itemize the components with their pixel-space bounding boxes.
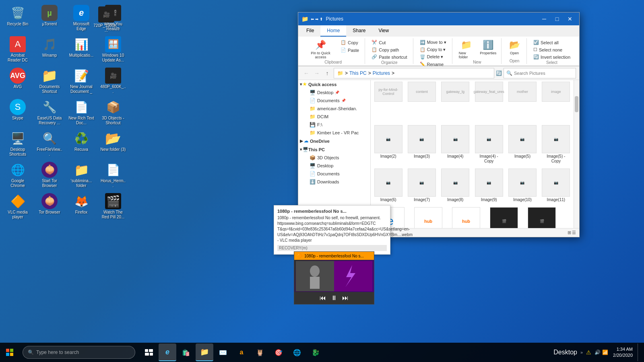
taskbar-mail[interactable]: ✉️: [214, 343, 232, 361]
file-item-img11[interactable]: 📷 Image(11): [540, 167, 572, 204]
tab-file[interactable]: File: [300, 25, 320, 37]
desktop-icon-720p[interactable]: 🎥 720P_1500K_...: [92, 5, 121, 35]
forward-button[interactable]: →: [312, 68, 322, 78]
file-item-img8[interactable]: 📷 Image(8): [440, 167, 471, 204]
maximize-button[interactable]: □: [551, 15, 563, 23]
vlc-prev-button[interactable]: ⏮: [320, 294, 326, 302]
cut-button[interactable]: ✂️ Cut: [369, 39, 388, 46]
desktop-icon-freefileview[interactable]: 🔍 FreeFileView...: [35, 129, 64, 158]
file-item-img9[interactable]: 📷 Image(9): [473, 167, 505, 204]
network-icon[interactable]: 📶: [602, 350, 608, 355]
desktop-icon-multiplication[interactable]: 📊 Multiplicatio...: [67, 35, 96, 64]
up-button[interactable]: ↑: [322, 68, 332, 78]
desktop-icon-vlc[interactable]: 🔶 VLC media player: [3, 191, 32, 221]
vlc-mini-player[interactable]: 🔶 1080p - rememberlessfool No s... ⏮ ⏸ ⏭: [294, 251, 374, 304]
file-item-img4-copy[interactable]: 📷 Image(4) - Copy: [473, 123, 505, 165]
back-button[interactable]: ←: [301, 68, 311, 78]
file-item-my-movie2-copy[interactable]: 🎬 My_Movie_2: [524, 206, 560, 228]
new-folder-button[interactable]: 📁 New folder: [456, 39, 477, 60]
file-item-partial2[interactable]: content: [406, 82, 438, 122]
minimize-button[interactable]: ─: [538, 15, 550, 23]
taskbar-app1[interactable]: 🎯: [270, 343, 287, 361]
desktop-icon-sublimina[interactable]: 📁 'sublimina... folder: [67, 160, 96, 190]
copy-to-button[interactable]: 📋 Copy to ▾: [417, 46, 448, 53]
vertical-scrollbar[interactable]: [574, 80, 579, 228]
desktop-icon-recuva[interactable]: ♻️ Recuva: [67, 129, 96, 158]
notification-icon[interactable]: ⚠: [586, 349, 591, 356]
taskbar-store[interactable]: 🛍️: [177, 343, 195, 361]
desktop-icon-firefox[interactable]: 🦊 Firefox: [67, 191, 96, 221]
tab-home[interactable]: Home: [320, 25, 346, 37]
desktop-icon-new-rich-text[interactable]: 📄 New Rich Text Doc...: [67, 97, 96, 127]
search-box[interactable]: 🔍: [504, 68, 576, 78]
open-button[interactable]: 📂 Open: [506, 39, 523, 56]
show-desktop-button[interactable]: [638, 343, 641, 361]
file-item-img3[interactable]: 📷 Image(3): [406, 123, 438, 165]
move-to-button[interactable]: ➡️ Move to ▾: [417, 39, 449, 46]
file-item-partial5[interactable]: mother: [506, 82, 538, 122]
desktop-icon-recycle-bin[interactable]: 🗑️ Recycle Bin: [3, 3, 32, 33]
file-item-img4[interactable]: 📷 Image(4): [440, 123, 471, 165]
nav-desktop-pc[interactable]: 🖥️ Desktop: [298, 162, 370, 170]
copy-button[interactable]: 📋 Copy: [338, 39, 361, 46]
taskbar-tripadvisor[interactable]: 🦉: [251, 343, 269, 361]
file-item-img10[interactable]: 📷 Image(10): [506, 167, 538, 204]
file-item-partial6[interactable]: image: [540, 82, 572, 122]
taskbar-edge[interactable]: e: [159, 343, 176, 361]
nav-downloads[interactable]: ⬇️ Downloads: [298, 178, 370, 186]
desktop-icon-utorrent[interactable]: µ µTorrent: [35, 3, 64, 33]
volume-icon[interactable]: 🔊: [594, 350, 601, 355]
file-item-partial4[interactable]: gateway_feat_ures: [473, 82, 505, 122]
quick-access-header[interactable]: ▾ ★ Quick access: [298, 80, 370, 88]
taskbar-app3[interactable]: 🐉: [307, 343, 324, 361]
nav-desktop[interactable]: 🖥️ Desktop 📌: [298, 88, 370, 97]
breadcrumb-this-pc[interactable]: This PC: [349, 70, 367, 76]
nav-documents[interactable]: 📄 Documents 📌: [298, 97, 370, 105]
desktop-icon-winamp[interactable]: 🎵 Winamp: [35, 35, 64, 64]
desktop-icon-documents-shortcut[interactable]: 📁 Documents Shortcut: [35, 66, 64, 96]
desktop-icon-tor-browser[interactable]: 🧅 Tor Browser: [35, 191, 64, 221]
desktop-icon-watch-red-pill[interactable]: 🎬 Watch The Red Pill 20...: [99, 191, 128, 221]
taskbar-search-box[interactable]: 🔍: [23, 346, 135, 359]
breadcrumb[interactable]: 📁 > This PC > Pictures >: [334, 68, 494, 78]
taskbar-time[interactable]: 1:34 AM 2/20/2020: [610, 346, 636, 359]
desktop-icon-acrobat[interactable]: A Acrobat Reader DC: [3, 35, 32, 64]
file-item-partial3[interactable]: gateway_lg: [440, 82, 471, 122]
file-item-modelhub[interactable]: hub modelhub_logo_1: [448, 206, 484, 228]
breadcrumb-pictures[interactable]: Pictures: [373, 70, 390, 76]
properties-button[interactable]: ℹ️ Properties: [478, 39, 498, 56]
file-item-img2[interactable]: 📷 Image(2): [372, 123, 404, 165]
nav-documents-pc[interactable]: 📄 Documents: [298, 170, 370, 178]
vlc-play-pause-button[interactable]: ⏸: [331, 294, 337, 302]
paste-shortcut-button[interactable]: 🔗 Paste shortcut: [369, 53, 409, 60]
desktop-icon-avg[interactable]: AVG AVG: [3, 66, 32, 96]
onedrive-header[interactable]: ▶ ☁ OneDrive: [298, 137, 370, 145]
file-item-my-movie2[interactable]: 🎬 My Movie2: [486, 206, 522, 228]
desktop-icon-chrome[interactable]: 🌐 Google Chrome: [3, 160, 32, 190]
select-none-button[interactable]: ☐ Select none: [531, 46, 565, 53]
file-item-img6[interactable]: 📷 Image(6): [372, 167, 404, 204]
nav-kimber-lee[interactable]: 📁 Kimber Lee - VR Pac: [298, 129, 370, 137]
desktop-icon-new-folder[interactable]: 📂 New folder (3): [99, 129, 128, 158]
refresh-button[interactable]: 🔄: [496, 70, 502, 76]
taskbar-explorer[interactable]: 📁: [196, 343, 213, 361]
delete-button[interactable]: 🗑️ Delete ▾: [417, 53, 446, 60]
tab-view[interactable]: View: [372, 25, 395, 37]
desktop-icon-3d-objects[interactable]: 📦 3D Objects - Shortcut: [99, 97, 128, 127]
taskbar-app2[interactable]: 🌐: [288, 343, 306, 361]
close-button[interactable]: ✕: [564, 15, 576, 23]
vlc-next-button[interactable]: ⏭: [342, 294, 349, 302]
tab-share[interactable]: Share: [346, 25, 372, 37]
nav-fbackslash[interactable]: 💾 F:\: [298, 121, 370, 129]
select-all-button[interactable]: ☑️ Select all: [531, 39, 561, 46]
invert-selection-button[interactable]: 🔄 Invert selection: [531, 53, 573, 60]
file-item-img7[interactable]: 📷 Image(7): [406, 167, 438, 204]
desktop-icon-desktop-shortcuts[interactable]: 🖥️ Desktop Shortcuts: [3, 129, 32, 158]
taskbar-amazon[interactable]: a: [233, 343, 250, 361]
copy-path-button[interactable]: 📋 Copy path: [369, 46, 401, 53]
start-button[interactable]: [0, 343, 19, 362]
desktop-icon-horus[interactable]: 📄 Horus_Herm...: [99, 160, 128, 190]
file-item-partial1[interactable]: py-for-Mind-Control: [372, 82, 404, 122]
paste-button[interactable]: 📄 Paste: [338, 47, 361, 53]
desktop-icon-easeus[interactable]: 🔧 EaseUS Data Recovery ...: [35, 97, 64, 127]
